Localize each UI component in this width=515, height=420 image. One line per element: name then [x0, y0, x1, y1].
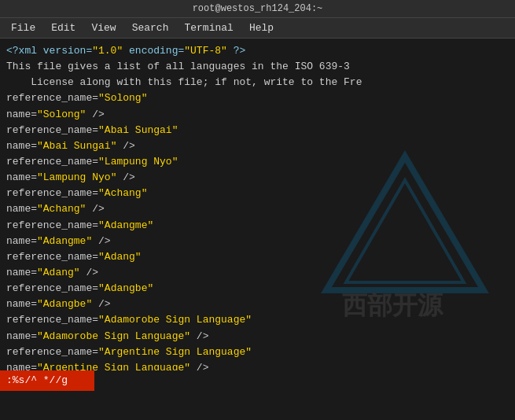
menu-view[interactable]: View	[83, 20, 123, 36]
line-ref-argentine1: reference_name="Argentine Sign Language"	[6, 344, 509, 360]
line-ref-adangme2: name="Adangme" />	[6, 234, 509, 249]
terminal-body[interactable]: 西部开源 <?xml version="1.0" encoding="UTF-8…	[0, 39, 515, 391]
title-bar: root@westos_rh124_204:~	[0, 0, 515, 18]
menu-terminal[interactable]: Terminal	[176, 20, 241, 36]
title-text: root@westos_rh124_204:~	[193, 3, 323, 14]
menu-help[interactable]: Help	[241, 20, 281, 36]
line-ref-solong2: name="Solong" />	[6, 107, 509, 123]
line-ref-adang1: reference_name="Adang"	[6, 249, 509, 265]
line-ref-adamorobe2: name="Adamorobe Sign Language" />	[6, 329, 509, 344]
line-ref-achang1: reference_name="Achang"	[6, 186, 509, 201]
line-1: This file gives a list of all languages …	[6, 59, 509, 75]
menu-edit[interactable]: Edit	[43, 20, 83, 36]
line-ref-adamorobe1: reference_name="Adamorobe Sign Language"	[6, 312, 509, 328]
line-ref-abai2: name="Abai Sungai" />	[6, 138, 509, 154]
line-ref-solong1: reference_name="Solong"	[6, 90, 509, 106]
line-ref-lampung1: reference_name="Lampung Nyo"	[6, 154, 509, 170]
cmd-line: :%s/^ *//g	[0, 370, 515, 391]
line-ref-adangbe2: name="Adangbe" />	[6, 297, 509, 312]
line-ref-adangbe1: reference_name="Adangbe"	[6, 281, 509, 297]
line-ref-abai1: reference_name="Abai Sungai"	[6, 123, 509, 138]
cmd-input[interactable]: :%s/^ *//g	[0, 370, 94, 391]
line-ref-adangme1: reference_name="Adangme"	[6, 218, 509, 234]
line-xml-decl: <?xml version="1.0" encoding="UTF-8" ?>	[6, 43, 509, 59]
line-ref-adang2: name="Adang" />	[6, 265, 509, 281]
line-ref-achang2: name="Achang" />	[6, 201, 509, 217]
line-ref-lampung2: name="Lampung Nyo" />	[6, 170, 509, 186]
menu-search[interactable]: Search	[124, 20, 177, 36]
menu-file[interactable]: File	[3, 20, 43, 36]
content-lines: <?xml version="1.0" encoding="UTF-8" ?> …	[6, 43, 509, 391]
line-2: License along with this file; if not, wr…	[6, 75, 509, 90]
menu-bar: File Edit View Search Terminal Help	[0, 18, 515, 39]
